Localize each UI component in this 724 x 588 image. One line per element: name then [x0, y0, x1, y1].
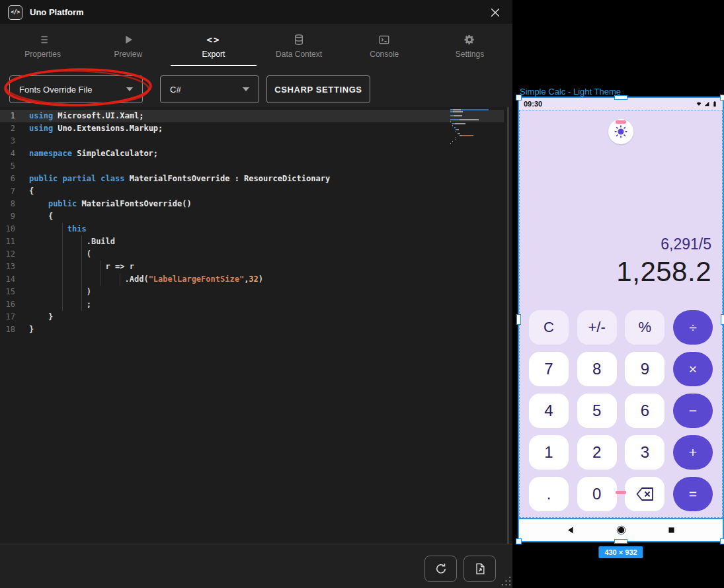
status-icons — [696, 101, 718, 107]
selection-handle[interactable] — [614, 539, 627, 544]
refresh-button[interactable] — [424, 556, 457, 582]
battery-icon — [711, 101, 718, 107]
selection-handle[interactable] — [516, 95, 522, 101]
key-8[interactable]: 8 — [577, 352, 617, 386]
line-number: 13 — [0, 261, 29, 273]
code-line-14[interactable]: 14 .Add("LabelLargeFontSize",32) — [0, 273, 504, 286]
key-0[interactable]: 0 — [577, 477, 617, 511]
tab-preview[interactable]: Preview — [85, 26, 171, 66]
selection-handle[interactable] — [720, 538, 724, 544]
code-line-8[interactable]: 8 public MaterialFontsOverride() — [0, 198, 504, 210]
key-divide[interactable]: ÷ — [673, 310, 713, 345]
backspace-icon — [636, 487, 654, 501]
code-editor[interactable]: 1using Microsoft.UI.Xaml;2using Uno.Exte… — [0, 107, 512, 544]
code-line-1[interactable]: 1using Microsoft.UI.Xaml; — [0, 110, 504, 122]
key-backspace[interactable] — [625, 477, 664, 511]
tab-properties[interactable]: Properties — [0, 26, 85, 66]
code-line-9[interactable]: 9 { — [0, 210, 504, 223]
key-add[interactable]: + — [673, 435, 713, 470]
selection-handle[interactable] — [614, 95, 627, 100]
selection-handle[interactable] — [516, 538, 522, 544]
key-percent[interactable]: % — [625, 310, 664, 345]
tab-data-context[interactable]: Data Context — [257, 26, 342, 66]
calculator-display: 6,291/5 1,258.2 — [616, 233, 711, 289]
display-result: 1,258.2 — [616, 255, 711, 289]
code-line-16[interactable]: 16 ; — [0, 298, 504, 311]
selection-handle[interactable] — [721, 314, 724, 325]
tab-label: Console — [370, 50, 399, 59]
resize-grip-icon[interactable] — [501, 575, 512, 587]
file-type-dropdown[interactable]: Fonts Override File — [9, 75, 143, 103]
code-line-18[interactable]: 18} — [0, 323, 504, 336]
line-number: 5 — [0, 160, 29, 173]
chevron-down-icon — [243, 87, 249, 91]
code-line-3[interactable]: 3 — [0, 135, 504, 147]
tab-bar: PropertiesPreview<>ExportData ContextCon… — [0, 26, 512, 66]
code-line-7[interactable]: 7{ — [0, 185, 504, 198]
uno-platform-window: </> Uno Platform PropertiesPreview<>Expo… — [0, 0, 512, 588]
wifi-icon — [696, 101, 702, 107]
selection-handle[interactable] — [720, 95, 724, 101]
recents-icon[interactable] — [666, 525, 676, 535]
key-equals[interactable]: = — [673, 477, 713, 511]
code-line-2[interactable]: 2using Uno.Extensions.Markup; — [0, 122, 504, 135]
line-number: 3 — [0, 135, 29, 147]
csharp-settings-button[interactable]: CSHARP SETTINGS — [266, 75, 370, 103]
code-text: ) — [29, 286, 91, 298]
language-dropdown[interactable]: C# — [160, 75, 259, 103]
code-text: { — [29, 210, 53, 223]
tab-settings[interactable]: Settings — [427, 26, 512, 66]
minimap[interactable] — [450, 109, 489, 145]
line-number: 10 — [0, 223, 29, 235]
key-3[interactable]: 3 — [625, 435, 664, 470]
export-toolbar: Fonts Override File C# CSHARP SETTINGS — [0, 66, 512, 107]
key-subtract[interactable]: − — [673, 394, 713, 428]
key-multiply[interactable]: × — [673, 352, 713, 386]
window-title: Uno Platform — [30, 7, 84, 17]
code-line-12[interactable]: 12 ( — [0, 248, 504, 261]
key-1[interactable]: 1 — [529, 435, 569, 470]
key-decimal[interactable]: . — [529, 477, 569, 511]
code-line-5[interactable]: 5 — [0, 160, 504, 173]
home-icon[interactable] — [616, 525, 626, 535]
gear-icon — [463, 34, 475, 46]
tab-export[interactable]: <>Export — [171, 26, 256, 66]
close-icon[interactable] — [489, 6, 502, 19]
title-bar: </> Uno Platform — [0, 0, 512, 25]
key-2[interactable]: 2 — [577, 435, 617, 470]
key-clear[interactable]: C — [529, 310, 569, 345]
editor-scrollbar[interactable] — [507, 107, 509, 544]
sun-icon — [614, 124, 628, 139]
tab-console[interactable]: Console — [342, 26, 427, 66]
code-icon: <> — [207, 34, 221, 46]
code-line-13[interactable]: 13 r => r — [0, 261, 504, 273]
screen: </> Uno Platform PropertiesPreview<>Expo… — [0, 0, 724, 588]
line-number: 14 — [0, 273, 29, 286]
snap-indicator-bottom — [616, 491, 626, 494]
status-time: 09:30 — [524, 100, 542, 108]
play-icon — [122, 34, 134, 46]
calculator-screen: 6,291/5 1,258.2 C+/-%÷789×456−123+.0= — [519, 110, 723, 518]
selection-handle[interactable] — [516, 314, 521, 325]
code-line-10[interactable]: 10 this — [0, 223, 504, 235]
key-4[interactable]: 4 — [529, 394, 569, 428]
code-text: ; — [29, 298, 91, 311]
export-file-icon — [473, 562, 487, 575]
uno-platform-logo-icon: </> — [8, 5, 22, 20]
back-icon[interactable] — [566, 525, 576, 535]
key-6[interactable]: 6 — [625, 394, 664, 428]
export-file-button[interactable] — [463, 556, 496, 582]
key-plus-minus[interactable]: +/- — [577, 310, 617, 345]
code-line-17[interactable]: 17 } — [0, 311, 504, 323]
key-9[interactable]: 9 — [625, 352, 664, 386]
tab-label: Export — [202, 50, 225, 59]
code-line-6[interactable]: 6public partial class MaterialFontsOverr… — [0, 173, 504, 185]
key-5[interactable]: 5 — [577, 394, 617, 428]
device-label[interactable]: Simple Calc - Light Theme — [520, 87, 621, 97]
code-line-15[interactable]: 15 ) — [0, 286, 504, 298]
device-size-badge: 430 × 932 — [598, 546, 643, 558]
tab-label: Settings — [456, 50, 484, 59]
code-line-4[interactable]: 4namespace SimpleCalculator; — [0, 147, 504, 160]
code-line-11[interactable]: 11 .Build — [0, 235, 504, 248]
key-7[interactable]: 7 — [529, 352, 569, 386]
